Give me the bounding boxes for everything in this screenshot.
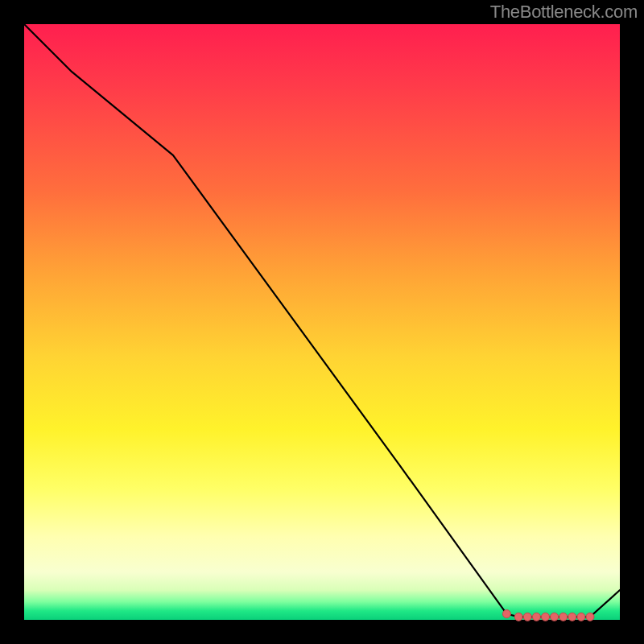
flat-region-markers	[502, 610, 594, 621]
flat-marker	[586, 613, 594, 621]
flat-marker	[577, 613, 585, 621]
data-line	[24, 24, 620, 617]
flat-marker	[523, 613, 531, 621]
flat-marker	[514, 613, 522, 621]
flat-marker	[502, 610, 510, 618]
flat-marker	[559, 613, 568, 621]
chart-frame: TheBottleneck.com	[0, 0, 644, 644]
flat-marker	[542, 613, 550, 621]
flat-marker	[568, 613, 576, 621]
plot-area	[24, 24, 620, 620]
flat-marker	[551, 613, 559, 621]
chart-svg	[24, 24, 620, 620]
flat-marker	[532, 613, 540, 621]
attribution-label: TheBottleneck.com	[490, 2, 638, 23]
